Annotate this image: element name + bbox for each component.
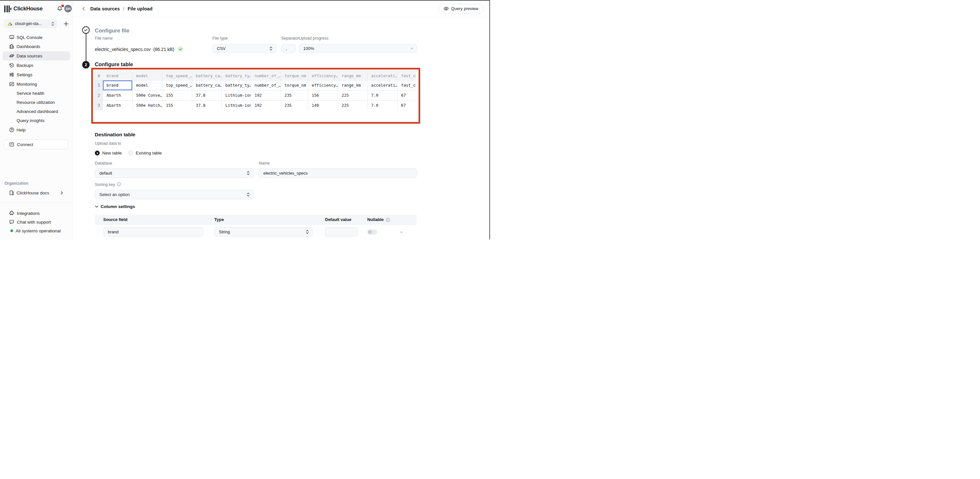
sidebar-item-data-sources[interactable]: Data sources (3, 51, 70, 60)
backups-icon (9, 63, 14, 68)
upload-target-radios: New table Existing table (95, 151, 168, 155)
clickhouse-cloud-app: ClickHouse SH cloud-get-sta... (0, 0, 490, 240)
breadcrumb-separator: / (123, 6, 124, 11)
new-table-radio[interactable] (95, 151, 100, 155)
source-field-value: brand (108, 230, 199, 234)
check-icon (179, 48, 182, 51)
remove-column-icon[interactable]: × (399, 230, 404, 235)
eye-icon (444, 6, 449, 11)
clear-upload-icon[interactable]: × (410, 46, 413, 51)
sql-console-icon (9, 35, 14, 40)
source-field-input[interactable]: brand (103, 227, 203, 236)
step-1-complete-indicator (82, 26, 90, 34)
sidebar-item-backups[interactable]: Backups (3, 61, 70, 70)
column-settings-toggle[interactable]: Column settings (95, 204, 135, 209)
sidebar-item-resource-utilization[interactable]: Resource utilization (3, 98, 70, 107)
breadcrumb: Data sources / File upload (81, 0, 153, 17)
check-icon (84, 29, 88, 32)
file-name-row: electric_vehicles_specs.csv (86.21 kB) (95, 46, 183, 52)
sorting-key-value: Select an option (99, 192, 247, 197)
file-size-value: (86.21 kB) (153, 47, 174, 52)
upload-progress-input[interactable]: 100% × (299, 44, 417, 53)
data-preview-table-wrap: # brand model top_speed_… battery_ca… ba… (95, 71, 416, 110)
table-name-input[interactable]: electric_vehicles_specs (259, 168, 417, 178)
sidebar-item-settings[interactable]: Settings (3, 70, 70, 79)
chevron-updown-icon (247, 171, 250, 175)
top-bar: Data sources / File upload Query preview (73, 0, 490, 17)
database-label: Database (95, 161, 112, 165)
nullable-toggle[interactable] (367, 230, 377, 235)
sidebar: ClickHouse SH cloud-get-sta... (0, 0, 73, 240)
column-type-select[interactable]: String (214, 227, 313, 236)
existing-table-radio[interactable] (128, 151, 133, 155)
configure-file-title: Configure file (95, 28, 129, 34)
service-selector-row: cloud-get-sta... (3, 19, 69, 28)
separator-input[interactable]: , (281, 44, 296, 53)
preview-row-2: 2 Abarth 500e Conve… 155 37.8 Lithium-io… (95, 90, 416, 101)
connect-button[interactable]: Connect (3, 140, 68, 149)
chevron-updown-icon (269, 46, 272, 51)
sidebar-item-chat-support[interactable]: Chat with support (3, 217, 70, 227)
file-type-label: File type (212, 36, 228, 41)
database-select[interactable]: default (95, 168, 254, 178)
back-chevron-icon[interactable] (81, 6, 86, 11)
sidebar-item-advanced-dashboard[interactable]: Advanced dashboard (3, 107, 70, 116)
default-value-header: Default value (325, 217, 352, 222)
dashboards-icon (9, 44, 14, 49)
data-preview-table: # brand model top_speed_… battery_ca… ba… (95, 71, 416, 110)
preview-row-1: 1 brand model top_speed_… battery_ca… ba… (95, 81, 416, 90)
settings-sliders-icon (9, 72, 14, 77)
chat-bubble-icon (9, 219, 14, 225)
query-preview-label: Query preview (451, 6, 478, 11)
default-value-input[interactable] (325, 227, 358, 236)
sidebar-item-service-health[interactable]: Service health (3, 89, 70, 98)
gcp-cloud-icon (8, 22, 12, 25)
type-header: Type (214, 217, 224, 222)
sidebar-item-integrations[interactable]: Integrations (3, 209, 70, 218)
preview-header-row: # brand model top_speed_… battery_ca… ba… (95, 72, 416, 81)
separator-value: , (286, 46, 292, 51)
window-right-edge (489, 0, 490, 240)
avatar[interactable]: SH (64, 5, 72, 12)
add-service-button[interactable] (62, 20, 70, 28)
info-icon[interactable] (386, 218, 390, 222)
focused-cell[interactable]: brand (103, 81, 132, 90)
chevron-right-icon (61, 191, 63, 195)
preview-row-3: 3 Abarth 500e Hatch… 155 37.8 Lithium-io… (95, 101, 416, 111)
organization-section-label: Organization (5, 181, 28, 186)
connect-icon (9, 142, 14, 147)
query-preview-button[interactable]: Query preview (439, 4, 483, 13)
table-name-label: Name (259, 161, 269, 165)
table-name-value: electric_vehicles_specs (263, 171, 413, 176)
new-table-label: New table (102, 151, 122, 155)
upload-progress-label: Upload progress (299, 36, 329, 41)
info-icon[interactable] (117, 182, 121, 186)
notification-dot (61, 5, 64, 7)
sidebar-item-clickhouse-docs[interactable]: ClickHouse docs (3, 188, 70, 197)
sidebar-item-sql-console[interactable]: SQL Console (3, 33, 70, 42)
notifications-bell-icon[interactable] (57, 6, 63, 12)
sidebar-item-help[interactable]: Help (3, 125, 70, 134)
sidebar-item-query-insights[interactable]: Query insights (3, 116, 70, 125)
sorting-key-label: Sorting key (95, 182, 115, 187)
sidebar-item-dashboards[interactable]: Dashboards (3, 42, 70, 51)
breadcrumb-parent[interactable]: Data sources (90, 6, 120, 11)
column-settings-header-row: Source field Type Default value Nullable (95, 215, 417, 225)
window-top-edge (0, 0, 490, 1)
system-status[interactable]: All systems operational (3, 226, 70, 235)
service-selector[interactable]: cloud-get-sta... (3, 19, 57, 28)
logo-text[interactable]: ClickHouse (14, 6, 43, 12)
existing-table-label: Existing table (136, 151, 162, 155)
upload-data-to-label: Upload data to (95, 141, 121, 146)
monitoring-icon (9, 81, 14, 87)
step-connector-line (86, 33, 87, 61)
file-name-label: File name (95, 36, 113, 41)
chevron-updown-icon (306, 230, 309, 234)
sorting-key-select[interactable]: Select an option (95, 190, 254, 199)
file-type-select[interactable]: CSV (212, 44, 276, 53)
file-type-value: CSV (217, 46, 269, 51)
clickhouse-logo-icon[interactable] (4, 6, 11, 12)
file-name-value: electric_vehicles_specs.csv (95, 47, 151, 52)
destination-table-title: Destination table (95, 132, 135, 138)
sidebar-item-monitoring[interactable]: Monitoring (3, 79, 70, 89)
